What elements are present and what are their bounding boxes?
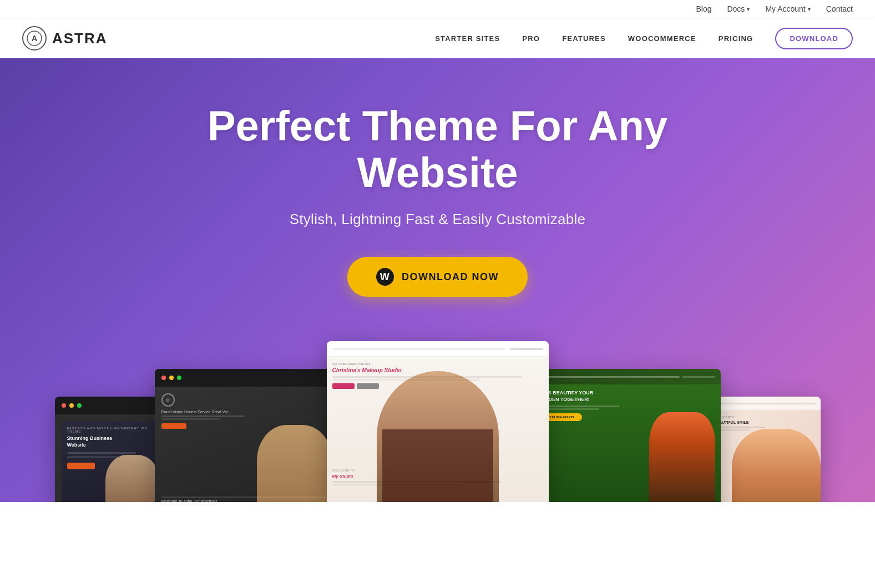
screenshot-garden: LET'S BEAUTIFY YOURGARDEN TOGETHER! ☎ 11… <box>532 369 721 502</box>
nav-features[interactable]: FEATURES <box>562 34 606 43</box>
docs-chevron-icon: ▾ <box>747 6 750 12</box>
docs-label: Docs <box>727 4 745 13</box>
nav-links: STARTER SITES PRO FEATURES WOOCOMMERCE P… <box>435 28 853 49</box>
brand-name: ASTRA <box>52 30 108 47</box>
screenshot-business: FASTEST AND MOST LIGHTWEIGHT WP THEME St… <box>55 397 166 502</box>
dot-green2 <box>177 376 181 380</box>
screenshots-row: FASTEST AND MOST LIGHTWEIGHT WP THEME St… <box>22 341 853 502</box>
sc-constructions-header <box>155 369 343 387</box>
dot-yellow <box>69 403 74 408</box>
dot-yellow2 <box>169 376 174 380</box>
logo-icon: A <box>22 26 47 50</box>
main-nav: A ASTRA STARTER SITES PRO FEATURES WOOCO… <box>0 18 875 58</box>
hero-title: Perfect Theme For Any Website <box>133 103 743 195</box>
docs-link[interactable]: Docs ▾ <box>727 4 750 13</box>
logo[interactable]: A ASTRA <box>22 26 108 50</box>
nav-pro[interactable]: PRO <box>522 34 540 43</box>
screenshot-makeup: 123, Central Square, New York Christina'… <box>327 341 549 502</box>
svg-text:A: A <box>32 34 37 43</box>
my-account-link[interactable]: My Account ▾ <box>765 4 810 13</box>
wordpress-icon: W <box>376 268 394 286</box>
hero-section: Perfect Theme For Any Website Stylish, L… <box>0 58 875 502</box>
screenshot-smile: LIFE STARTS BEAUTIFUL SMILE <box>710 397 821 502</box>
contact-link[interactable]: Contact <box>826 4 853 13</box>
nav-woocommerce[interactable]: WOOCOMMERCE <box>628 34 696 43</box>
dot-green <box>77 403 82 408</box>
hero-subtitle: Stylish, Lightning Fast & Easily Customi… <box>290 211 586 228</box>
nav-pricing[interactable]: PRICING <box>719 34 753 43</box>
hero-cta-label: DOWNLOAD NOW <box>402 271 499 283</box>
hero-download-button[interactable]: W DOWNLOAD NOW <box>347 257 528 297</box>
astra-logo-svg: A <box>27 31 42 46</box>
top-bar: Blog Docs ▾ My Account ▾ Contact <box>0 0 875 18</box>
blog-link[interactable]: Blog <box>696 4 711 13</box>
sc-business-content: FASTEST AND MOST LIGHTWEIGHT WP THEME St… <box>55 414 166 502</box>
nav-starter-sites[interactable]: STARTER SITES <box>435 34 500 43</box>
sc-makeup-header <box>327 341 549 357</box>
nav-download-button[interactable]: DOWNLOAD <box>775 28 853 49</box>
sc-dark-header <box>55 397 166 414</box>
screenshot-constructions: ⚙ Broad Vision.Honest Service.Great Val.… <box>155 369 343 502</box>
my-account-chevron-icon: ▾ <box>808 6 811 12</box>
dot-red2 <box>161 376 166 380</box>
my-account-label: My Account <box>765 4 805 13</box>
dot-red <box>62 403 66 408</box>
